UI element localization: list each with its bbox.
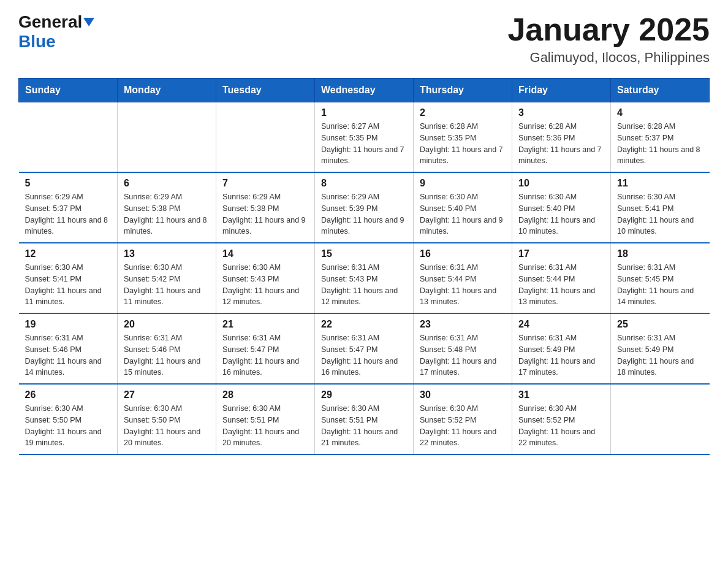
calendar-cell-w4-d3: 22Sunrise: 6:31 AMSunset: 5:47 PMDayligh… [315,313,414,384]
day-number: 31 [518,389,604,400]
calendar-cell-w4-d2: 21Sunrise: 6:31 AMSunset: 5:47 PMDayligh… [216,313,315,384]
day-number: 14 [222,248,308,259]
day-info: Sunrise: 6:30 AMSunset: 5:52 PMDaylight:… [518,403,604,449]
day-number: 5 [25,178,112,189]
day-number: 25 [617,319,703,330]
day-number: 4 [617,107,703,118]
day-info: Sunrise: 6:30 AMSunset: 5:40 PMDaylight:… [420,191,506,237]
day-number: 16 [420,248,506,259]
calendar-cell-w1-d5: 3Sunrise: 6:28 AMSunset: 5:36 PMDaylight… [512,102,611,173]
day-number: 27 [124,389,210,400]
calendar-cell-w3-d2: 14Sunrise: 6:30 AMSunset: 5:43 PMDayligh… [216,243,315,313]
day-info: Sunrise: 6:29 AMSunset: 5:39 PMDaylight:… [321,191,407,237]
calendar-cell-w5-d5: 31Sunrise: 6:30 AMSunset: 5:52 PMDayligh… [512,384,611,454]
calendar-cell-w5-d1: 27Sunrise: 6:30 AMSunset: 5:50 PMDayligh… [118,384,216,454]
week-row-3: 12Sunrise: 6:30 AMSunset: 5:41 PMDayligh… [19,243,710,313]
calendar-cell-w3-d0: 12Sunrise: 6:30 AMSunset: 5:41 PMDayligh… [19,243,118,313]
page-header: General Blue January 2025 Galimuyod, Ilo… [18,12,710,66]
day-number: 8 [321,178,407,189]
calendar-cell-w3-d1: 13Sunrise: 6:30 AMSunset: 5:42 PMDayligh… [118,243,216,313]
day-info: Sunrise: 6:31 AMSunset: 5:45 PMDaylight:… [617,262,703,308]
day-number: 7 [222,178,308,189]
header-friday: Friday [512,79,611,102]
day-number: 29 [321,389,407,400]
header-wednesday: Wednesday [315,79,414,102]
calendar-cell-w3-d4: 16Sunrise: 6:31 AMSunset: 5:44 PMDayligh… [414,243,512,313]
calendar-cell-w5-d6 [611,384,710,454]
calendar-cell-w2-d2: 7Sunrise: 6:29 AMSunset: 5:38 PMDaylight… [216,172,315,243]
day-number: 6 [124,178,210,189]
month-title: January 2025 [507,12,710,47]
calendar-cell-w4-d6: 25Sunrise: 6:31 AMSunset: 5:49 PMDayligh… [611,313,710,384]
logo-blue-text: Blue [18,32,56,51]
calendar-cell-w5-d4: 30Sunrise: 6:30 AMSunset: 5:52 PMDayligh… [414,384,512,454]
title-block: January 2025 Galimuyod, Ilocos, Philippi… [507,12,710,66]
day-info: Sunrise: 6:30 AMSunset: 5:43 PMDaylight:… [222,262,308,308]
calendar-cell-w4-d1: 20Sunrise: 6:31 AMSunset: 5:46 PMDayligh… [118,313,216,384]
day-number: 2 [420,107,506,118]
calendar-cell-w2-d0: 5Sunrise: 6:29 AMSunset: 5:37 PMDaylight… [19,172,118,243]
day-info: Sunrise: 6:28 AMSunset: 5:36 PMDaylight:… [518,121,604,167]
calendar-cell-w1-d0 [19,102,118,173]
day-number: 10 [518,178,604,189]
calendar-cell-w4-d5: 24Sunrise: 6:31 AMSunset: 5:49 PMDayligh… [512,313,611,384]
day-info: Sunrise: 6:31 AMSunset: 5:43 PMDaylight:… [321,262,407,308]
calendar-cell-w5-d2: 28Sunrise: 6:30 AMSunset: 5:51 PMDayligh… [216,384,315,454]
day-info: Sunrise: 6:30 AMSunset: 5:50 PMDaylight:… [124,403,210,449]
day-info: Sunrise: 6:30 AMSunset: 5:41 PMDaylight:… [617,191,703,237]
day-number: 26 [25,389,112,400]
calendar-cell-w2-d6: 11Sunrise: 6:30 AMSunset: 5:41 PMDayligh… [611,172,710,243]
day-number: 21 [222,319,308,330]
calendar-cell-w5-d0: 26Sunrise: 6:30 AMSunset: 5:50 PMDayligh… [19,384,118,454]
day-number: 15 [321,248,407,259]
header-row: Sunday Monday Tuesday Wednesday Thursday… [19,79,710,102]
header-thursday: Thursday [414,79,512,102]
calendar-cell-w2-d5: 10Sunrise: 6:30 AMSunset: 5:40 PMDayligh… [512,172,611,243]
day-info: Sunrise: 6:29 AMSunset: 5:38 PMDaylight:… [124,191,210,237]
calendar-cell-w1-d1 [118,102,216,173]
calendar-cell-w3-d5: 17Sunrise: 6:31 AMSunset: 5:44 PMDayligh… [512,243,611,313]
day-number: 20 [124,319,210,330]
day-info: Sunrise: 6:29 AMSunset: 5:37 PMDaylight:… [25,191,112,237]
day-info: Sunrise: 6:30 AMSunset: 5:42 PMDaylight:… [124,262,210,308]
day-info: Sunrise: 6:30 AMSunset: 5:41 PMDaylight:… [25,262,112,308]
day-info: Sunrise: 6:31 AMSunset: 5:46 PMDaylight:… [124,332,210,378]
day-info: Sunrise: 6:31 AMSunset: 5:47 PMDaylight:… [321,332,407,378]
day-info: Sunrise: 6:31 AMSunset: 5:44 PMDaylight:… [518,262,604,308]
day-info: Sunrise: 6:31 AMSunset: 5:49 PMDaylight:… [518,332,604,378]
day-info: Sunrise: 6:31 AMSunset: 5:44 PMDaylight:… [420,262,506,308]
calendar-cell-w2-d4: 9Sunrise: 6:30 AMSunset: 5:40 PMDaylight… [414,172,512,243]
header-sunday: Sunday [19,79,118,102]
calendar-table: Sunday Monday Tuesday Wednesday Thursday… [18,78,710,455]
calendar-cell-w1-d4: 2Sunrise: 6:28 AMSunset: 5:35 PMDaylight… [414,102,512,173]
day-number: 11 [617,178,703,189]
day-number: 28 [222,389,308,400]
calendar-cell-w3-d6: 18Sunrise: 6:31 AMSunset: 5:45 PMDayligh… [611,243,710,313]
week-row-1: 1Sunrise: 6:27 AMSunset: 5:35 PMDaylight… [19,102,710,173]
logo-general-text: General [18,12,82,32]
calendar-cell-w3-d3: 15Sunrise: 6:31 AMSunset: 5:43 PMDayligh… [315,243,414,313]
calendar-cell-w4-d0: 19Sunrise: 6:31 AMSunset: 5:46 PMDayligh… [19,313,118,384]
day-number: 18 [617,248,703,259]
day-info: Sunrise: 6:30 AMSunset: 5:51 PMDaylight:… [321,403,407,449]
week-row-2: 5Sunrise: 6:29 AMSunset: 5:37 PMDaylight… [19,172,710,243]
day-info: Sunrise: 6:31 AMSunset: 5:47 PMDaylight:… [222,332,308,378]
day-number: 22 [321,319,407,330]
day-number: 23 [420,319,506,330]
day-info: Sunrise: 6:31 AMSunset: 5:46 PMDaylight:… [25,332,112,378]
day-info: Sunrise: 6:31 AMSunset: 5:48 PMDaylight:… [420,332,506,378]
calendar-cell-w1-d2 [216,102,315,173]
day-number: 19 [25,319,112,330]
day-info: Sunrise: 6:30 AMSunset: 5:50 PMDaylight:… [25,403,112,449]
week-row-4: 19Sunrise: 6:31 AMSunset: 5:46 PMDayligh… [19,313,710,384]
logo-triangle-icon [83,18,94,26]
day-number: 17 [518,248,604,259]
day-info: Sunrise: 6:29 AMSunset: 5:38 PMDaylight:… [222,191,308,237]
header-monday: Monday [118,79,216,102]
day-number: 12 [25,248,112,259]
calendar-body: 1Sunrise: 6:27 AMSunset: 5:35 PMDaylight… [19,102,710,455]
calendar-cell-w2-d3: 8Sunrise: 6:29 AMSunset: 5:39 PMDaylight… [315,172,414,243]
header-saturday: Saturday [611,79,710,102]
calendar-header: Sunday Monday Tuesday Wednesday Thursday… [19,79,710,102]
day-info: Sunrise: 6:30 AMSunset: 5:51 PMDaylight:… [222,403,308,449]
